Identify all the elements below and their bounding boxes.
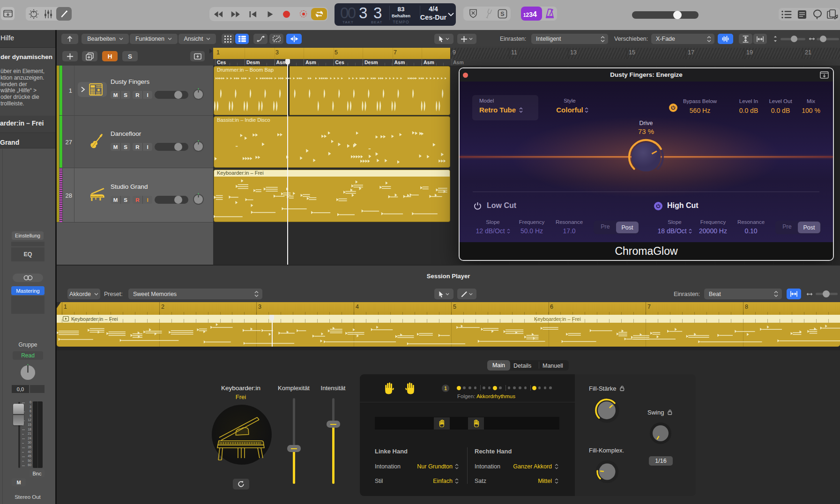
svg-text:S: S (500, 11, 504, 17)
